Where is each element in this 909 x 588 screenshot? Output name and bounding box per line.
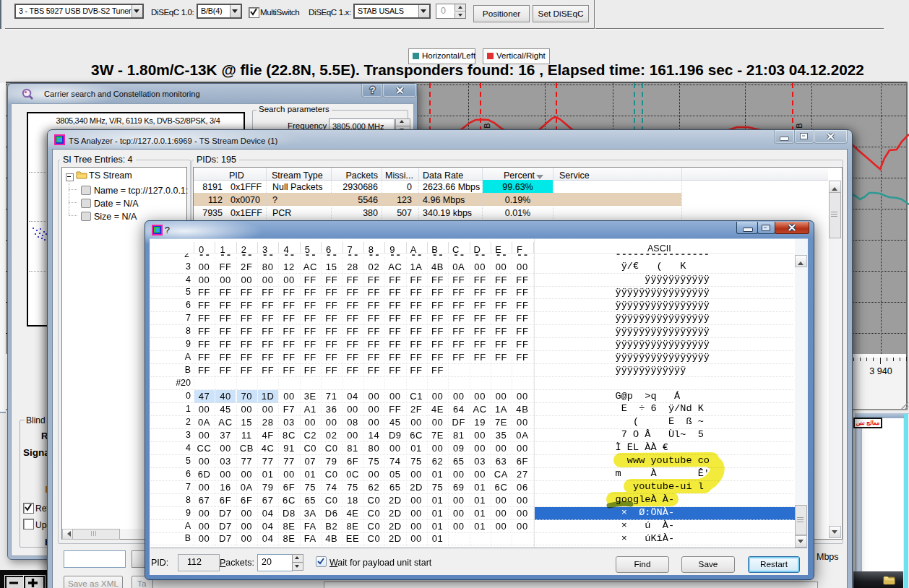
- svg-text:?: ?: [370, 85, 376, 95]
